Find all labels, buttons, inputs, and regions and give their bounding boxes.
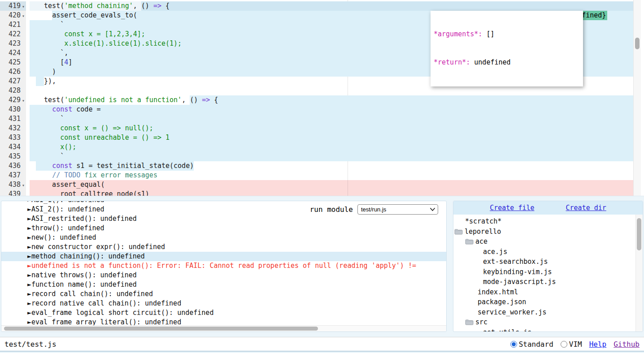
code-line-437[interactable]: 437 // TODO fix error messages [0, 171, 633, 180]
run-module-select[interactable]: test/run.js [357, 204, 438, 215]
test-result-item[interactable]: ►record native call chain(): undefined [1, 299, 446, 308]
test-result-item[interactable]: ►undefined is not a function(): Error: F… [1, 261, 446, 271]
editor-vertical-scrollbar[interactable] [633, 0, 641, 196]
test-result-item[interactable]: ►eval_frame logical short circuit(): und… [1, 308, 446, 318]
file-tree-item[interactable]: ace.js [453, 247, 643, 257]
code-token [36, 171, 52, 180]
test-result-item[interactable]: ►function name(): undefined [1, 280, 446, 289]
code-line-428[interactable]: 428 [0, 86, 633, 95]
vim-radio[interactable] [561, 341, 567, 348]
file-tree-item[interactable]: service_worker.js [453, 307, 643, 318]
file-tree-item[interactable]: ast_utils.js [453, 327, 643, 332]
code-token: const [52, 161, 72, 171]
code-token [36, 133, 60, 142]
folder-icon [454, 228, 463, 235]
code-line-text[interactable]: const code = [30, 105, 633, 114]
file-tree-item[interactable]: index.html [453, 287, 643, 297]
code-token: ` [36, 20, 64, 30]
file-tree-item[interactable]: src [453, 317, 643, 327]
code-line-text[interactable]: const x = () => null(); [30, 124, 633, 133]
code-line-431[interactable]: 431 ` [0, 114, 633, 124]
code-line-432[interactable]: 432 const x = () => null(); [0, 124, 633, 133]
code-line-436[interactable]: 436 const s1 = test_initial_state(code) [0, 161, 633, 171]
line-number: 427 [0, 77, 21, 86]
test-result-item[interactable]: ►new constructor expr(): undefined [1, 242, 446, 252]
fold-arrow-icon[interactable]: ▾ [21, 11, 26, 21]
file-tree-scrollbar[interactable] [635, 215, 643, 331]
file-tree-item[interactable]: ext-searchbox.js [453, 257, 643, 267]
create-dir-link[interactable]: Create dir [566, 204, 606, 212]
test-result-item[interactable]: ►native throws(): undefined [1, 271, 446, 280]
test-result-text: ►ASI_restrited(): undefined [27, 215, 137, 223]
inspector-row-return[interactable]: *return*: undefined [434, 58, 579, 67]
line-number: 431 [0, 114, 21, 124]
test-result-item[interactable]: ►throw(): undefined [1, 224, 446, 233]
help-link[interactable]: Help [589, 340, 607, 349]
run-module-label: run module [310, 205, 353, 214]
standard-radio[interactable] [510, 341, 517, 348]
code-line-430[interactable]: 430 const code = [0, 105, 633, 114]
file-tree-list: *scratch*leporelloaceace.jsext-searchbox… [453, 215, 643, 332]
inspector-row-arguments[interactable]: *arguments*: [] [434, 30, 579, 39]
code-line-text[interactable]: ` [30, 114, 633, 124]
line-number: 436 [0, 161, 21, 171]
test-result-item[interactable]: ►new(): undefined [1, 233, 446, 242]
code-line-435[interactable]: 435 ` [0, 152, 633, 161]
test-result-item[interactable]: ►ASI_restrited(): undefined [1, 214, 446, 224]
folder-name: ace [475, 237, 487, 245]
gutter-cell: 426 [0, 67, 26, 77]
code-line-text[interactable]: x(); [30, 142, 633, 152]
keybinding-standard-option[interactable]: Standard [510, 340, 553, 349]
file-tree-item[interactable]: leporello [453, 227, 643, 237]
gutter-cell: 431 [0, 114, 26, 124]
code-line-text[interactable]: // TODO fix error messages [30, 171, 633, 180]
code-token: const [52, 105, 72, 114]
code-token: assert_code_evals_to( [52, 11, 137, 19]
code-token: ` [36, 114, 64, 124]
code-line-434[interactable]: 434 x(); [0, 142, 633, 152]
test-result-item[interactable]: ►record call chain(): undefined [1, 289, 446, 299]
line-number: 435 [0, 152, 21, 161]
test-result-text: ►record call chain(): undefined [27, 290, 153, 298]
file-tree-item[interactable]: ace [453, 237, 643, 247]
code-line-text[interactable]: root_calltree_node(s1) [30, 189, 633, 196]
code-line-text[interactable]: const unreachable = () => 1 [30, 133, 633, 142]
test-result-text: ►native throws(): undefined [27, 271, 137, 279]
code-line-text[interactable]: ` [30, 152, 633, 161]
github-link[interactable]: Github [614, 340, 640, 349]
code-line-text[interactable]: test('undefined is not a function', () =… [30, 95, 633, 105]
code-line-439[interactable]: 439 root_calltree_node(s1) [0, 189, 633, 196]
code-line-text[interactable]: const s1 = test_initial_state(code) [30, 161, 633, 171]
console-scrollbar-thumb[interactable] [4, 327, 318, 331]
create-file-link[interactable]: Create file [490, 204, 534, 212]
console-horizontal-scrollbar[interactable] [1, 325, 446, 331]
line-number: 426 [0, 67, 21, 77]
gutter-cell: 434 [0, 142, 26, 152]
file-tree-item[interactable]: *scratch* [453, 216, 643, 227]
file-tree-item[interactable]: mode-javascript.js [453, 277, 643, 287]
test-result-text: ►function name(): undefined [27, 280, 137, 288]
keybinding-vim-option[interactable]: VIM [561, 340, 582, 349]
code-line-433[interactable]: 433 const unreachable = () => 1 [0, 133, 633, 142]
gutter-cell: 428 [0, 86, 26, 95]
code-line-429[interactable]: 429▾ test('undefined is not a function',… [0, 95, 633, 105]
line-number: 420 [0, 11, 21, 20]
fold-arrow-icon[interactable]: ▾ [21, 96, 26, 105]
code-token: , [133, 1, 141, 11]
code-token: assert_equal( [36, 180, 105, 189]
code-token: { [161, 2, 170, 10]
code-line-text[interactable]: assert_equal( [30, 180, 633, 189]
file-name: *scratch* [465, 217, 501, 225]
fold-arrow-icon[interactable]: ▾ [21, 181, 26, 190]
editor-scrollbar-thumb[interactable] [635, 38, 640, 49]
file-tree-scrollbar-thumb[interactable] [637, 218, 641, 250]
code-token [36, 77, 44, 86]
code-editor[interactable]: 419▾ test('method chaining', () => {420▾… [0, 0, 644, 196]
code-line-438[interactable]: 438▾ assert_equal( [0, 180, 633, 189]
fold-arrow-icon[interactable]: ▾ [21, 2, 26, 11]
file-tree-item[interactable]: keybinding-vim.js [453, 267, 643, 277]
test-result-item[interactable]: ►method chaining(): undefined [1, 252, 446, 261]
file-tree-item[interactable]: package.json [453, 297, 643, 307]
code-line-text[interactable] [30, 86, 633, 95]
line-number: 429 [0, 95, 21, 105]
